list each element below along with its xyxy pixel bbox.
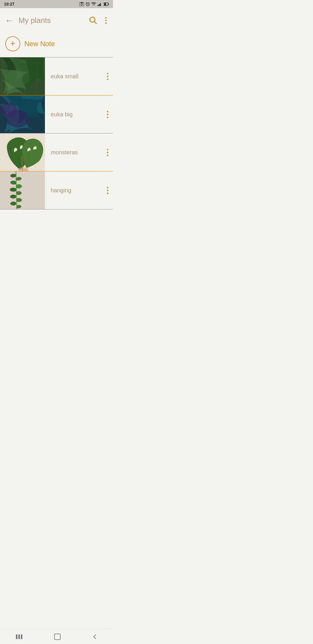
dot-icon bbox=[107, 152, 108, 153]
dot-icon bbox=[107, 187, 108, 188]
wifi-icon bbox=[91, 2, 96, 6]
svg-line-6 bbox=[86, 2, 87, 3]
svg-rect-13 bbox=[108, 3, 109, 5]
app-bar-left: ← My plants bbox=[3, 13, 51, 28]
svg-rect-10 bbox=[100, 3, 101, 6]
app-bar: ← My plants bbox=[0, 8, 113, 32]
plant-thumbnail bbox=[0, 171, 45, 209]
svg-rect-2 bbox=[81, 2, 83, 3]
dot-icon bbox=[105, 22, 107, 24]
dot-icon bbox=[107, 73, 108, 74]
svg-rect-11 bbox=[101, 2, 102, 6]
plant-item[interactable]: euka big bbox=[0, 95, 113, 133]
plant-item-more-button[interactable] bbox=[102, 149, 113, 156]
plant-item[interactable]: monsteras bbox=[0, 133, 113, 171]
search-button[interactable] bbox=[87, 15, 98, 27]
dot-icon bbox=[107, 117, 108, 118]
svg-rect-8 bbox=[98, 5, 99, 6]
new-note-button[interactable]: + New Note bbox=[0, 32, 113, 57]
dot-icon bbox=[107, 114, 108, 115]
svg-point-38 bbox=[12, 174, 13, 176]
dot-icon bbox=[107, 149, 108, 150]
status-bar: 10:27 bbox=[0, 0, 113, 8]
svg-point-39 bbox=[19, 179, 20, 180]
plus-icon: + bbox=[10, 39, 15, 48]
plant-item-more-button[interactable] bbox=[102, 187, 113, 194]
back-arrow-icon: ← bbox=[5, 15, 14, 26]
plant-name: hanging bbox=[45, 187, 102, 194]
svg-rect-14 bbox=[104, 3, 106, 5]
new-note-label: New Note bbox=[24, 40, 55, 48]
dot-icon bbox=[107, 193, 108, 194]
plant-item-more-button[interactable] bbox=[102, 73, 113, 80]
svg-line-18 bbox=[94, 21, 97, 23]
plant-thumbnail bbox=[0, 57, 45, 95]
search-icon bbox=[88, 16, 97, 24]
dot-icon bbox=[107, 155, 108, 156]
plant-name: monsteras bbox=[45, 149, 102, 156]
plant-name: euka big bbox=[45, 111, 102, 118]
plant-list: euka small euka big bbox=[0, 57, 113, 209]
plant-item-more-button[interactable] bbox=[102, 111, 113, 118]
plus-circle-icon: + bbox=[5, 36, 20, 51]
dot-icon bbox=[107, 79, 108, 80]
plant-thumbnail bbox=[0, 133, 45, 171]
signal-icon bbox=[98, 2, 102, 6]
app-bar-right bbox=[87, 15, 108, 27]
dot-icon bbox=[107, 76, 108, 77]
more-options-button[interactable] bbox=[103, 16, 108, 25]
svg-rect-24 bbox=[0, 57, 45, 95]
svg-point-1 bbox=[81, 3, 83, 5]
page-title: My plants bbox=[19, 16, 51, 25]
alarm-icon bbox=[85, 2, 90, 6]
svg-line-7 bbox=[89, 2, 89, 3]
svg-rect-9 bbox=[99, 4, 100, 6]
svg-rect-0 bbox=[79, 3, 84, 6]
svg-rect-28 bbox=[0, 95, 45, 133]
plant-thumbnail bbox=[0, 95, 45, 133]
dot-icon bbox=[105, 17, 107, 19]
photo-icon bbox=[79, 2, 84, 6]
status-time: 10:27 bbox=[4, 2, 14, 6]
dot-icon bbox=[105, 20, 107, 21]
battery-icon bbox=[104, 2, 109, 6]
svg-rect-36 bbox=[0, 171, 45, 209]
plant-item[interactable]: euka small bbox=[0, 57, 113, 95]
dot-icon bbox=[107, 111, 108, 112]
plant-name: euka small bbox=[45, 73, 102, 80]
dot-icon bbox=[107, 190, 108, 191]
status-icons bbox=[79, 2, 109, 6]
plant-item[interactable]: hanging bbox=[0, 171, 113, 209]
back-button[interactable]: ← bbox=[3, 13, 16, 28]
